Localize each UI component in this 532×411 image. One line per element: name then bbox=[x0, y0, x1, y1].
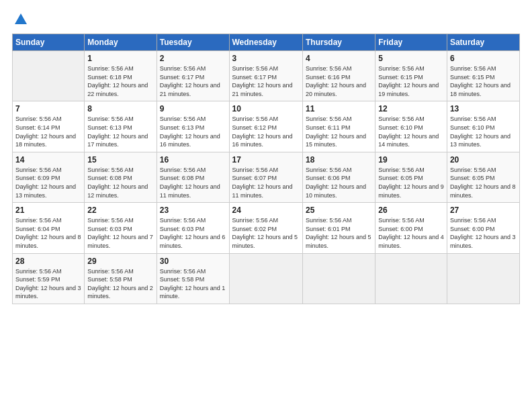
calendar-page: SundayMondayTuesdayWednesdayThursdayFrid… bbox=[0, 0, 532, 411]
calendar-cell: 12Sunrise: 5:56 AM Sunset: 6:10 PM Dayli… bbox=[375, 101, 447, 152]
header bbox=[12, 12, 520, 27]
day-info: Sunrise: 5:56 AM Sunset: 6:04 PM Dayligh… bbox=[15, 216, 81, 250]
day-number: 20 bbox=[450, 155, 517, 165]
calendar-cell: 25Sunrise: 5:56 AM Sunset: 6:01 PM Dayli… bbox=[302, 203, 375, 253]
day-info: Sunrise: 5:56 AM Sunset: 6:05 PM Dayligh… bbox=[450, 166, 517, 199]
calendar-header: SundayMondayTuesdayWednesdayThursdayFrid… bbox=[13, 34, 520, 51]
svg-marker-0 bbox=[15, 13, 27, 24]
calendar-cell: 18Sunrise: 5:56 AM Sunset: 6:06 PM Dayli… bbox=[302, 152, 375, 202]
week-row-1: 1Sunrise: 5:56 AM Sunset: 6:18 PM Daylig… bbox=[13, 51, 520, 101]
day-number: 15 bbox=[87, 155, 153, 165]
weekday-header-row: SundayMondayTuesdayWednesdayThursdayFrid… bbox=[13, 34, 520, 51]
logo bbox=[12, 12, 28, 27]
calendar-cell: 24Sunrise: 5:56 AM Sunset: 6:02 PM Dayli… bbox=[229, 203, 302, 253]
day-number: 23 bbox=[160, 205, 226, 215]
day-number: 3 bbox=[232, 54, 300, 63]
day-info: Sunrise: 5:56 AM Sunset: 5:58 PM Dayligh… bbox=[160, 267, 226, 301]
day-info: Sunrise: 5:56 AM Sunset: 6:08 PM Dayligh… bbox=[87, 166, 153, 199]
day-info: Sunrise: 5:56 AM Sunset: 6:10 PM Dayligh… bbox=[378, 115, 444, 148]
weekday-header-saturday: Saturday bbox=[447, 34, 519, 51]
day-info: Sunrise: 5:56 AM Sunset: 6:00 PM Dayligh… bbox=[378, 216, 444, 250]
calendar-cell bbox=[447, 253, 519, 304]
calendar-cell: 28Sunrise: 5:56 AM Sunset: 5:59 PM Dayli… bbox=[13, 253, 85, 304]
calendar-cell: 26Sunrise: 5:56 AM Sunset: 6:00 PM Dayli… bbox=[375, 203, 447, 253]
day-info: Sunrise: 5:56 AM Sunset: 6:16 PM Dayligh… bbox=[306, 64, 372, 98]
day-info: Sunrise: 5:56 AM Sunset: 6:05 PM Dayligh… bbox=[378, 166, 444, 199]
day-number: 11 bbox=[306, 104, 372, 113]
calendar-cell: 2Sunrise: 5:56 AM Sunset: 6:17 PM Daylig… bbox=[157, 51, 229, 101]
day-number: 4 bbox=[306, 54, 372, 63]
calendar-cell: 21Sunrise: 5:56 AM Sunset: 6:04 PM Dayli… bbox=[13, 203, 85, 253]
day-number: 13 bbox=[450, 104, 517, 113]
weekday-header-tuesday: Tuesday bbox=[157, 34, 229, 51]
day-number: 5 bbox=[378, 54, 444, 63]
calendar-cell: 11Sunrise: 5:56 AM Sunset: 6:11 PM Dayli… bbox=[302, 101, 375, 152]
calendar-cell: 20Sunrise: 5:56 AM Sunset: 6:05 PM Dayli… bbox=[447, 152, 519, 202]
week-row-5: 28Sunrise: 5:56 AM Sunset: 5:59 PM Dayli… bbox=[13, 253, 520, 304]
day-info: Sunrise: 5:56 AM Sunset: 6:10 PM Dayligh… bbox=[450, 115, 517, 148]
calendar-cell: 4Sunrise: 5:56 AM Sunset: 6:16 PM Daylig… bbox=[302, 51, 375, 101]
calendar-cell: 23Sunrise: 5:56 AM Sunset: 6:03 PM Dayli… bbox=[157, 203, 229, 253]
day-number: 18 bbox=[306, 155, 372, 165]
calendar-cell: 14Sunrise: 5:56 AM Sunset: 6:09 PM Dayli… bbox=[13, 152, 85, 202]
day-number: 29 bbox=[87, 257, 153, 266]
calendar-cell: 1Sunrise: 5:56 AM Sunset: 6:18 PM Daylig… bbox=[85, 51, 157, 101]
day-number: 9 bbox=[160, 104, 226, 113]
calendar-cell: 7Sunrise: 5:56 AM Sunset: 6:14 PM Daylig… bbox=[13, 101, 85, 152]
calendar-cell: 27Sunrise: 5:56 AM Sunset: 6:00 PM Dayli… bbox=[447, 203, 519, 253]
logo-icon bbox=[13, 12, 28, 27]
week-row-3: 14Sunrise: 5:56 AM Sunset: 6:09 PM Dayli… bbox=[13, 152, 520, 202]
calendar-cell bbox=[229, 253, 302, 304]
calendar-cell bbox=[302, 253, 375, 304]
calendar-body: 1Sunrise: 5:56 AM Sunset: 6:18 PM Daylig… bbox=[13, 51, 520, 304]
day-number: 1 bbox=[87, 54, 153, 63]
day-number: 12 bbox=[378, 104, 444, 113]
day-info: Sunrise: 5:56 AM Sunset: 6:07 PM Dayligh… bbox=[232, 166, 300, 199]
calendar-cell: 15Sunrise: 5:56 AM Sunset: 6:08 PM Dayli… bbox=[85, 152, 157, 202]
week-row-2: 7Sunrise: 5:56 AM Sunset: 6:14 PM Daylig… bbox=[13, 101, 520, 152]
day-info: Sunrise: 5:56 AM Sunset: 6:00 PM Dayligh… bbox=[450, 216, 517, 250]
day-number: 14 bbox=[15, 155, 81, 165]
day-number: 19 bbox=[378, 155, 444, 165]
day-number: 21 bbox=[15, 205, 81, 215]
day-info: Sunrise: 5:56 AM Sunset: 5:58 PM Dayligh… bbox=[87, 267, 153, 301]
calendar-cell bbox=[375, 253, 447, 304]
calendar-cell: 13Sunrise: 5:56 AM Sunset: 6:10 PM Dayli… bbox=[447, 101, 519, 152]
day-info: Sunrise: 5:56 AM Sunset: 5:59 PM Dayligh… bbox=[15, 267, 81, 301]
day-info: Sunrise: 5:56 AM Sunset: 6:17 PM Dayligh… bbox=[160, 64, 226, 98]
day-info: Sunrise: 5:56 AM Sunset: 6:13 PM Dayligh… bbox=[160, 115, 226, 148]
day-info: Sunrise: 5:56 AM Sunset: 6:11 PM Dayligh… bbox=[306, 115, 372, 148]
day-info: Sunrise: 5:56 AM Sunset: 6:18 PM Dayligh… bbox=[87, 64, 153, 98]
weekday-header-sunday: Sunday bbox=[13, 34, 85, 51]
calendar-cell: 19Sunrise: 5:56 AM Sunset: 6:05 PM Dayli… bbox=[375, 152, 447, 202]
day-info: Sunrise: 5:56 AM Sunset: 6:02 PM Dayligh… bbox=[232, 216, 300, 250]
day-info: Sunrise: 5:56 AM Sunset: 6:06 PM Dayligh… bbox=[306, 166, 372, 199]
calendar-cell: 22Sunrise: 5:56 AM Sunset: 6:03 PM Dayli… bbox=[85, 203, 157, 253]
day-number: 22 bbox=[87, 205, 153, 215]
day-info: Sunrise: 5:56 AM Sunset: 6:01 PM Dayligh… bbox=[306, 216, 372, 250]
day-number: 25 bbox=[306, 205, 372, 215]
day-number: 26 bbox=[378, 205, 444, 215]
day-info: Sunrise: 5:56 AM Sunset: 6:17 PM Dayligh… bbox=[232, 64, 300, 98]
calendar-cell: 3Sunrise: 5:56 AM Sunset: 6:17 PM Daylig… bbox=[229, 51, 302, 101]
day-info: Sunrise: 5:56 AM Sunset: 6:09 PM Dayligh… bbox=[15, 166, 81, 199]
day-number: 7 bbox=[15, 104, 81, 113]
calendar-cell bbox=[13, 51, 85, 101]
calendar-cell: 30Sunrise: 5:56 AM Sunset: 5:58 PM Dayli… bbox=[157, 253, 229, 304]
weekday-header-monday: Monday bbox=[85, 34, 157, 51]
day-number: 27 bbox=[450, 205, 517, 215]
weekday-header-thursday: Thursday bbox=[302, 34, 375, 51]
day-number: 10 bbox=[232, 104, 300, 113]
calendar-cell: 6Sunrise: 5:56 AM Sunset: 6:15 PM Daylig… bbox=[447, 51, 519, 101]
calendar-cell: 10Sunrise: 5:56 AM Sunset: 6:12 PM Dayli… bbox=[229, 101, 302, 152]
day-info: Sunrise: 5:56 AM Sunset: 6:12 PM Dayligh… bbox=[232, 115, 300, 148]
week-row-4: 21Sunrise: 5:56 AM Sunset: 6:04 PM Dayli… bbox=[13, 203, 520, 253]
day-number: 8 bbox=[87, 104, 153, 113]
weekday-header-wednesday: Wednesday bbox=[229, 34, 302, 51]
day-number: 30 bbox=[160, 257, 226, 266]
day-number: 28 bbox=[15, 257, 81, 266]
day-number: 2 bbox=[160, 54, 226, 63]
day-info: Sunrise: 5:56 AM Sunset: 6:13 PM Dayligh… bbox=[87, 115, 153, 148]
calendar-table: SundayMondayTuesdayWednesdayThursdayFrid… bbox=[12, 34, 520, 304]
day-info: Sunrise: 5:56 AM Sunset: 6:15 PM Dayligh… bbox=[450, 64, 517, 98]
